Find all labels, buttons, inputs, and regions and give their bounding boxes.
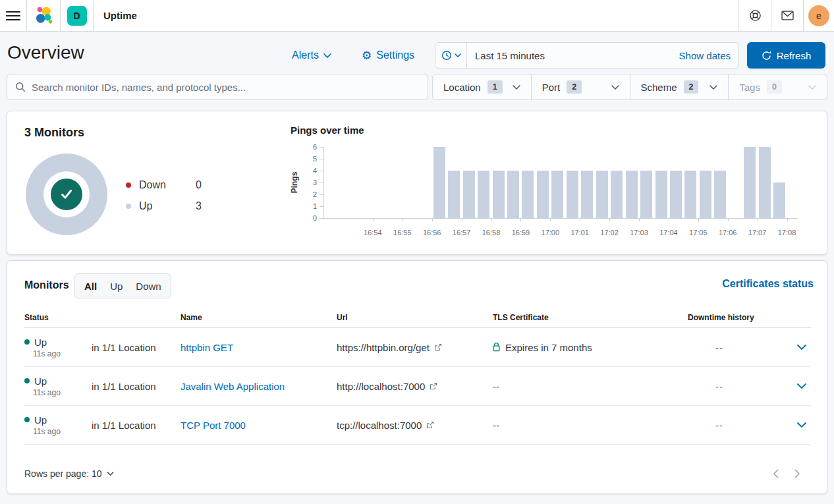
expand-row-button[interactable] [797, 422, 806, 428]
lock-icon [493, 343, 500, 352]
y-tick [320, 171, 323, 171]
status-donut-chart [26, 154, 107, 235]
expand-row-button[interactable] [797, 383, 806, 389]
y-tick [320, 194, 323, 195]
last-check-time: 11s ago [33, 349, 92, 358]
page-title: Overview [7, 42, 84, 63]
chevron-down-icon [797, 422, 806, 428]
prev-page-button[interactable] [773, 469, 779, 478]
certificates-status-link[interactable]: Certificates status [722, 278, 814, 290]
filter-tags[interactable]: Tags 0 [729, 74, 827, 99]
status-text: Up [34, 376, 47, 387]
ping-bar [507, 171, 519, 218]
help-button[interactable] [739, 0, 771, 31]
external-link-icon[interactable] [426, 421, 434, 429]
ping-bar [700, 171, 711, 218]
status-text: Up [34, 337, 47, 348]
filter-label: Scheme [641, 82, 677, 93]
time-picker: Last 15 minutes Show dates [435, 42, 739, 69]
snapshot-panel: 3 Monitors Down 0 Up 3 Pings over time P… [7, 111, 827, 255]
chevron-down-icon [797, 383, 806, 389]
show-dates-link[interactable]: Show dates [679, 50, 731, 61]
x-tick-label: 16:56 [418, 229, 447, 237]
x-tick-label: 16:58 [477, 229, 506, 237]
ping-bar [493, 171, 505, 218]
monitor-name-link[interactable]: httpbin GET [181, 342, 233, 353]
status-cell: Up 11s ago [24, 337, 92, 358]
tab-all[interactable]: All [84, 281, 97, 292]
refresh-button[interactable]: Refresh [747, 42, 825, 69]
expand-row-button[interactable] [797, 345, 806, 350]
top-navbar: D Uptime e [0, 0, 834, 32]
y-tick-label: 5 [301, 155, 317, 163]
quick-select-button[interactable] [435, 43, 467, 68]
pings-plot: 012345616:5416:5516:5616:5716:5816:5917:… [323, 147, 798, 218]
chevron-down-icon [709, 85, 717, 90]
table-row: Up 11s ago in 1/1 Location Javalin Web A… [24, 367, 811, 406]
space-avatar[interactable]: D [67, 6, 87, 26]
tls-cell: -- [493, 381, 688, 392]
legend-dot [126, 182, 131, 188]
ping-bar [744, 147, 756, 218]
elastic-logo[interactable] [27, 0, 60, 31]
x-tick [403, 218, 403, 221]
monitor-name-link[interactable]: TCP Port 7000 [181, 420, 246, 431]
ping-bar [655, 171, 667, 218]
ping-bar [626, 171, 638, 218]
legend-label: Up [139, 200, 188, 212]
monitors-count-title: 3 Monitors [24, 126, 84, 140]
chevron-down-icon [455, 53, 461, 57]
monitor-name-link[interactable]: Javalin Web Application [181, 381, 285, 392]
next-page-button[interactable] [794, 469, 800, 478]
chevron-down-icon [107, 472, 114, 476]
ping-bar [463, 171, 475, 218]
monitor-url: https://httpbin.org/get [337, 342, 430, 353]
name-cell: Javalin Web Application [181, 381, 337, 392]
ping-bar [640, 171, 652, 218]
name-cell: TCP Port 7000 [181, 420, 337, 431]
monitors-panel: Monitors AllUpDown Certificates status S… [7, 260, 827, 494]
filter-count-badge: 2 [684, 80, 699, 94]
clock-icon [441, 50, 452, 61]
help-icon [749, 9, 762, 22]
x-tick [609, 218, 610, 221]
newsfeed-button[interactable] [771, 0, 803, 31]
table-row: Up 11s ago in 1/1 Location TCP Port 7000… [24, 406, 811, 445]
ping-bar [448, 171, 460, 218]
rows-per-page-button[interactable]: Rows per page: 10 [24, 468, 114, 479]
monitor-url: http://localhost:7000 [337, 381, 425, 392]
x-tick [698, 218, 699, 221]
x-tick [550, 218, 551, 221]
search-bar [7, 74, 428, 100]
ping-bar [714, 171, 726, 218]
user-avatar[interactable]: e [808, 5, 829, 26]
x-tick [491, 218, 492, 221]
refresh-label: Refresh [777, 50, 812, 61]
tab-up[interactable]: Up [110, 281, 123, 292]
ping-bar [567, 171, 578, 218]
filter-location[interactable]: Location 1 [433, 74, 532, 99]
y-tick-label: 4 [301, 167, 317, 175]
alerts-dropdown-button[interactable]: Alerts [292, 47, 331, 63]
check-icon [58, 186, 75, 203]
pings-y-axis-label: Pings [289, 147, 300, 218]
settings-button[interactable]: ⚙ Settings [362, 47, 414, 63]
table-footer: Rows per page: 10 [24, 461, 810, 487]
filter-port[interactable]: Port 2 [532, 74, 630, 99]
table-row: Up 11s ago in 1/1 Location httpbin GET h… [24, 328, 811, 367]
time-range-value[interactable]: Last 15 minutes [467, 43, 679, 68]
y-tick [320, 206, 323, 207]
x-tick-label: 17:08 [773, 229, 802, 237]
filter-label: Tags [739, 82, 760, 93]
external-link-icon[interactable] [434, 343, 442, 351]
x-tick [669, 218, 669, 221]
y-tick [320, 182, 323, 183]
filter-scheme[interactable]: Scheme 2 [630, 74, 729, 99]
search-input[interactable] [32, 82, 420, 93]
menu-button[interactable] [0, 0, 26, 31]
pings-chart-title: Pings over time [291, 125, 364, 136]
table-header-row: StatusNameUrlTLS CertificateDowntime his… [24, 308, 811, 328]
tab-down[interactable]: Down [136, 281, 161, 292]
external-link-icon[interactable] [430, 382, 437, 390]
status-up-dot [24, 378, 30, 383]
